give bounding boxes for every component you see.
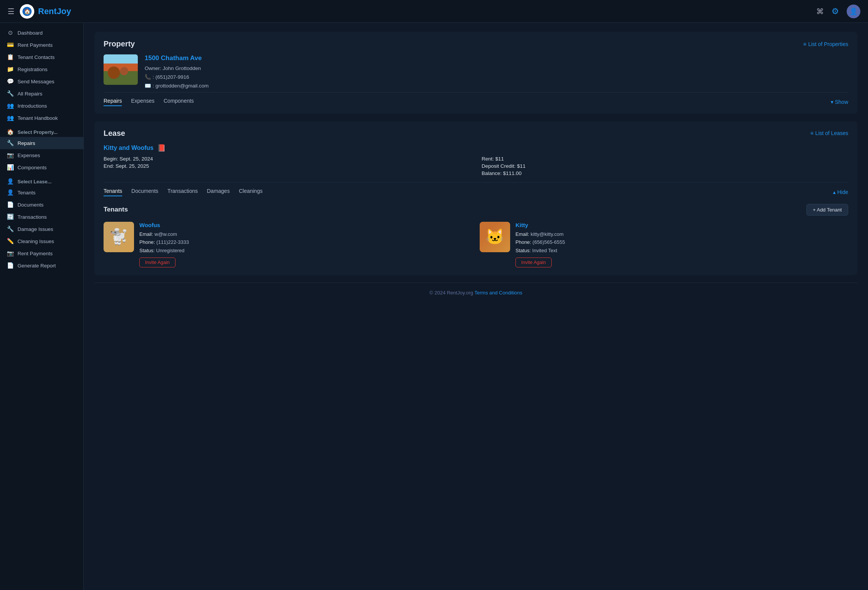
property-details: 1500 Chatham Ave Owner: John Grottodden … <box>145 54 209 91</box>
logo[interactable]: 🏠 RentJoy <box>20 4 71 19</box>
property-address[interactable]: 1500 Chatham Ave <box>145 54 209 62</box>
kitty-avatar: 🐱 <box>480 222 510 252</box>
lease-end: End: Sept. 25, 2025 <box>104 163 470 169</box>
repairs-icon: 🔧 <box>7 140 14 146</box>
lease-details: Begin: Sept. 25, 2024 Rent: $11 End: Sep… <box>104 156 848 176</box>
tab-lease-cleanings[interactable]: Cleanings <box>239 188 262 196</box>
sidebar-item-rent-payments[interactable]: 💳 Rent Payments <box>0 39 83 51</box>
grid-icon[interactable]: ⌘ <box>816 7 824 16</box>
sidebar-item-repairs[interactable]: 🔧 Repairs <box>0 137 83 149</box>
property-image <box>104 54 138 85</box>
list-of-leases-link[interactable]: ≡ List of Leases <box>810 130 848 136</box>
brand-name: RentJoy <box>38 6 71 16</box>
woofus-email: Email: w@w.com <box>139 230 189 238</box>
hide-button[interactable]: ▴ Hide <box>833 189 848 195</box>
property-tabs-row: Repairs Expenses Components ▾ Show <box>104 92 848 106</box>
tenants-grid: 🐩 Woofus Email: w@w.com Phone: (111)222-… <box>104 222 848 267</box>
rent-payments-icon: 💳 <box>7 41 14 48</box>
tenant-handbook-icon: 👥 <box>7 115 14 121</box>
list-of-properties-link[interactable]: ≡ List of Properties <box>803 41 848 47</box>
footer: © 2024 RentJoy.org Terms and Conditions <box>94 283 857 302</box>
components-icon: 📊 <box>7 164 14 171</box>
woofus-name[interactable]: Woofus <box>139 222 189 228</box>
kitty-name[interactable]: Kitty <box>515 222 565 228</box>
lease-card: Lease ≡ List of Leases Kitty and Woofus … <box>94 121 857 275</box>
sidebar-item-all-repairs[interactable]: 🔧 All Repairs <box>0 87 83 100</box>
kitty-info: Kitty Email: kitty@kitty.com Phone: (656… <box>515 222 565 267</box>
sidebar-item-tenant-contacts[interactable]: 📋 Tenant Contacts <box>0 51 83 63</box>
pdf-icon[interactable]: 📕 <box>157 144 166 152</box>
top-navigation: ☰ 🏠 RentJoy ⌘ ⚙ 👤 <box>0 0 868 23</box>
sidebar-item-tenant-handbook[interactable]: 👥 Tenant Handbook <box>0 112 83 124</box>
main-content: Property ≡ List of Properties 1500 Chath… <box>84 23 868 590</box>
woofus-phone: Phone: (111)222-3333 <box>139 238 189 246</box>
property-tabs: Repairs Expenses Components <box>104 98 194 106</box>
registrations-icon: 📁 <box>7 66 14 73</box>
settings-icon[interactable]: ⚙ <box>831 6 839 16</box>
rent-payments-lease-icon: 📷 <box>7 250 14 257</box>
sidebar-item-documents[interactable]: 📄 Documents <box>0 199 83 211</box>
sidebar-item-expenses[interactable]: 📷 Expenses <box>0 149 83 161</box>
sidebar-item-transactions[interactable]: 🔄 Transactions <box>0 211 83 223</box>
sidebar-item-send-messages[interactable]: 💬 Send Messages <box>0 75 83 87</box>
sidebar-item-generate-report[interactable]: 📄 Generate Report <box>0 259 83 272</box>
all-repairs-icon: 🔧 <box>7 90 14 97</box>
chevron-up-icon: ▴ <box>833 189 836 195</box>
tenants-header: Tenants + Add Tenant <box>104 204 848 216</box>
add-tenant-button[interactable]: + Add Tenant <box>806 204 848 216</box>
generate-report-icon: 📄 <box>7 262 14 269</box>
tab-lease-transactions[interactable]: Transactions <box>168 188 198 196</box>
tab-repairs[interactable]: Repairs <box>104 98 122 106</box>
list-icon: ≡ <box>803 41 806 47</box>
tab-lease-damages[interactable]: Damages <box>207 188 230 196</box>
house-icon: 🏠 <box>7 129 14 135</box>
lease-deposit: Deposit Credit: $11 <box>482 163 848 169</box>
lease-name[interactable]: Kitty and Woofus <box>104 145 153 151</box>
tab-expenses[interactable]: Expenses <box>131 98 154 106</box>
lease-name-row: Kitty and Woofus 📕 <box>104 144 848 152</box>
tab-components[interactable]: Components <box>164 98 194 106</box>
tab-lease-documents[interactable]: Documents <box>131 188 158 196</box>
sidebar-item-rent-payments-lease[interactable]: 📷 Rent Payments <box>0 247 83 259</box>
lease-icon: 👤 <box>7 178 14 185</box>
woofus-invite-button[interactable]: Invite Again <box>139 258 176 267</box>
lease-tabs: Tenants Documents Transactions Damages C… <box>104 188 263 196</box>
show-button[interactable]: ▾ Show <box>831 99 848 105</box>
sidebar-item-cleaning-issues[interactable]: ✏️ Cleaning Issues <box>0 235 83 247</box>
sidebar-item-registrations[interactable]: 📁 Registrations <box>0 63 83 75</box>
woofus-avatar: 🐩 <box>104 222 134 252</box>
tenant-card-kitty: 🐱 Kitty Email: kitty@kitty.com Phone: (6… <box>480 222 848 267</box>
property-owner: Owner: John Grottodden <box>145 64 209 73</box>
topnav-right: ⌘ ⚙ 👤 <box>816 5 860 18</box>
terms-link[interactable]: Terms and Conditions <box>474 290 522 296</box>
sidebar-item-introductions[interactable]: 👥 Introductions <box>0 100 83 112</box>
cleaning-issues-icon: ✏️ <box>7 238 14 245</box>
tab-lease-tenants[interactable]: Tenants <box>104 188 122 196</box>
sidebar-item-dashboard[interactable]: ⊙ Dashboard <box>0 27 83 39</box>
dashboard-icon: ⊙ <box>7 29 14 36</box>
sidebar-item-components[interactable]: 📊 Components <box>0 161 83 173</box>
introductions-icon: 👥 <box>7 102 14 109</box>
property-card: Property ≡ List of Properties 1500 Chath… <box>94 32 857 114</box>
sidebar-item-tenants[interactable]: 👤 Tenants <box>0 186 83 199</box>
expenses-icon: 📷 <box>7 152 14 159</box>
svg-text:🏠: 🏠 <box>24 8 31 15</box>
lease-rent: Rent: $11 <box>482 156 848 162</box>
tenants-icon: 👤 <box>7 189 14 196</box>
tenants-subsection: Tenants + Add Tenant 🐩 Woofus Email: w@w… <box>104 204 848 267</box>
documents-icon: 📄 <box>7 201 14 208</box>
kitty-status: Status: Invited Text <box>515 246 565 254</box>
tenants-heading: Tenants <box>104 206 128 213</box>
sidebar-section-property: 🏠 Select Property... <box>0 124 83 137</box>
kitty-phone: Phone: (656)565-6555 <box>515 238 565 246</box>
sidebar-item-damage-issues[interactable]: 🔧 Damage Issues <box>0 223 83 235</box>
kitty-invite-button[interactable]: Invite Again <box>515 258 552 267</box>
hamburger-menu[interactable]: ☰ <box>8 7 14 16</box>
logo-icon: 🏠 <box>20 4 34 19</box>
list-leases-icon: ≡ <box>810 130 813 136</box>
property-phone: : (651)207-9916 <box>145 73 209 82</box>
sidebar-section-lease: 👤 Select Lease... <box>0 173 83 186</box>
property-info: 1500 Chatham Ave Owner: John Grottodden … <box>104 54 848 91</box>
user-avatar[interactable]: 👤 <box>847 5 860 18</box>
lease-begin: Begin: Sept. 25, 2024 <box>104 156 470 162</box>
